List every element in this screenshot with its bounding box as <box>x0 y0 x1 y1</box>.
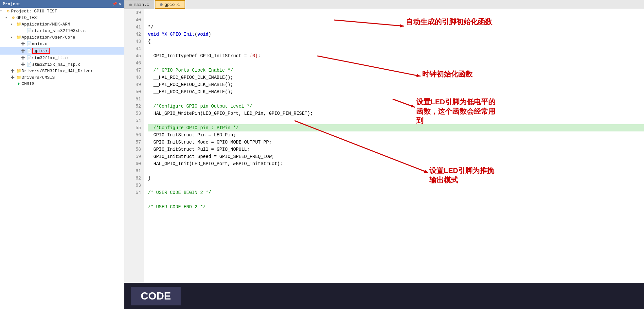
tree-label-stm32f1_hal: stm32f1xx_hal_msp.c <box>32 62 80 67</box>
tree-label-startup: startup_stm32f103xb.s <box>32 28 86 33</box>
pin-icon[interactable]: 📌 <box>112 2 117 7</box>
code-line-64: /* USER CODE END 2 */ <box>148 203 644 211</box>
tree-label-stm32f1_it: stm32f1xx_it.c <box>32 56 68 60</box>
sidebar: Project 📌 ✕ ▾⚙Project: GPIO_TEST ▾⚙GPIO_… <box>0 0 124 309</box>
code-line-56: GPIO_InitStruct.Pull = GPIO_NOPULL; <box>148 146 644 153</box>
tree-item-drivers_cmsis[interactable]: ➕📁Drivers/CMSIS <box>0 74 124 81</box>
code-line-49 <box>148 95 644 103</box>
sidebar-header: Project 📌 ✕ <box>0 0 124 8</box>
tree-arrow: ➕ <box>21 62 26 66</box>
sidebar-title: Project <box>3 2 21 7</box>
line-num-55: 55 <box>124 124 141 131</box>
line-num-61: 61 <box>124 167 141 175</box>
bottom-label: CODE <box>131 287 181 305</box>
tab-label-main_c_tab: main.c <box>134 2 149 7</box>
tree-label-main_c: main.c <box>32 42 47 46</box>
tree-arrow: ➕ <box>10 69 16 73</box>
tree-icon-stm32f1_it: 📄 <box>26 55 32 60</box>
tree-label-cmsis: CMSIS <box>22 81 34 86</box>
line-num-50: 50 <box>124 88 141 95</box>
code-line-54: GPIO_InitStruct.Pin = LED_Pin; <box>148 131 644 139</box>
code-line-50: /*Configure GPIO pin Output Level */ <box>148 103 644 110</box>
line-num-40: 40 <box>124 16 141 24</box>
code-line-47: __HAL_RCC_GPIOD_CLK_ENABLE(); <box>148 81 644 88</box>
line-num-48: 48 <box>124 74 141 81</box>
tab-label-gpio_c_tab: gpio.c <box>165 2 180 7</box>
line-num-45: 45 <box>124 52 141 60</box>
tree-label-app_user: Application/User/Core <box>22 35 75 40</box>
line-num-39: 39 <box>124 9 141 16</box>
code-line-53: /*Configure GPIO pin : PtPin */ <box>148 124 644 131</box>
bottom-bar: CODE <box>124 283 644 309</box>
code-line-44 <box>148 60 644 67</box>
line-num-58: 58 <box>124 146 141 153</box>
tree-item-drivers_hal[interactable]: ➕📁Drivers/STM32F1xx_HAL_Driver <box>0 68 124 74</box>
tree-item-gpio_test[interactable]: ▾⚙GPIO_TEST <box>0 14 124 21</box>
tree-item-stm32f1_hal[interactable]: ➕📄stm32f1xx_hal_msp.c <box>0 61 124 68</box>
main-container: Project 📌 ✕ ▾⚙Project: GPIO_TEST ▾⚙GPIO_… <box>0 0 644 309</box>
code-line-52 <box>148 117 644 124</box>
line-num-53: 53 <box>124 110 141 117</box>
tree-item-main_c[interactable]: ➕📄main.c <box>0 41 124 47</box>
code-line-41: { <box>148 38 644 45</box>
tree-item-app_mdk[interactable]: ▾📁Application/MDK-ARM <box>0 21 124 27</box>
tree-icon-cmsis: ♦ <box>16 81 22 86</box>
code-line-61 <box>148 182 644 189</box>
code-editor[interactable]: 3940414243444546474849505152535455565758… <box>124 9 644 283</box>
tree-arrow: ▾ <box>5 16 10 20</box>
code-line-43: GPIO_InitTypeDef GPIO_InitStruct = {0}; <box>148 52 644 60</box>
close-icon[interactable]: ✕ <box>119 2 121 7</box>
tree-icon-drivers_cmsis: 📁 <box>16 75 22 80</box>
sidebar-tree: ▾⚙Project: GPIO_TEST ▾⚙GPIO_TEST ▾📁Appli… <box>0 8 124 309</box>
line-num-57: 57 <box>124 139 141 146</box>
line-num-54: 54 <box>124 117 141 124</box>
line-num-56: 56 <box>124 131 141 139</box>
line-num-47: 47 <box>124 67 141 74</box>
code-line-63 <box>148 196 644 203</box>
tab-dot-gpio_c_tab <box>160 3 163 6</box>
tree-icon-main_c: 📄 <box>26 41 32 46</box>
tree-arrow: ➕ <box>21 56 26 60</box>
line-num-63: 63 <box>124 182 141 189</box>
line-num-52: 52 <box>124 103 141 110</box>
code-line-58: HAL_GPIO_Init(LED_GPIO_Port, &GPIO_InitS… <box>148 160 644 167</box>
tree-item-root[interactable]: ▾⚙Project: GPIO_TEST <box>0 8 124 14</box>
tree-arrow: ➕ <box>10 76 16 79</box>
code-line-57: GPIO_InitStruct.Speed = GPIO_SPEED_FREQ_… <box>148 153 644 160</box>
code-line-51: HAL_GPIO_WritePin(LED_GPIO_Port, LED_Pin… <box>148 110 644 117</box>
tree-label-gpio_test: GPIO_TEST <box>16 15 39 20</box>
code-line-46: __HAL_RCC_GPIOC_CLK_ENABLE(); <box>148 74 644 81</box>
line-numbers: 3940414243444546474849505152535455565758… <box>124 9 144 283</box>
tree-icon-startup: 📄 <box>26 28 32 33</box>
line-num-41: 41 <box>124 24 141 31</box>
tree-icon-root: ⚙ <box>5 9 11 14</box>
tree-item-cmsis[interactable]: ♦CMSIS <box>0 81 124 87</box>
line-num-49: 49 <box>124 81 141 88</box>
sidebar-header-icons: 📌 ✕ <box>112 2 121 7</box>
code-line-55: GPIO_InitStruct.Mode = GPIO_MODE_OUTPUT_… <box>148 139 644 146</box>
line-num-62: 62 <box>124 175 141 182</box>
tree-icon-gpio_test: ⚙ <box>10 15 16 20</box>
line-num-59: 59 <box>124 153 141 160</box>
tree-item-stm32f1_it[interactable]: ➕📄stm32f1xx_it.c <box>0 55 124 61</box>
tree-item-startup[interactable]: 📄startup_stm32f103xb.s <box>0 27 124 34</box>
tab-gpio_c_tab[interactable]: gpio.c <box>155 0 185 9</box>
code-line-59 <box>148 167 644 175</box>
code-line-42 <box>148 45 644 52</box>
tab-main_c_tab[interactable]: main.c <box>124 0 154 9</box>
code-line-45: /* GPIO Ports Clock Enable */ <box>148 67 644 74</box>
tree-label-app_mdk: Application/MDK-ARM <box>22 22 70 27</box>
code-line-62: /* USER CODE BEGIN 2 */ <box>148 189 644 196</box>
line-num-64: 64 <box>124 189 141 196</box>
tree-label-root: Project: GPIO_TEST <box>11 9 57 14</box>
line-num-51: 51 <box>124 95 141 103</box>
tree-item-app_user[interactable]: ▾📁Application/User/Core <box>0 34 124 41</box>
tree-arrow: ➕ <box>21 42 26 46</box>
line-num-43: 43 <box>124 38 141 45</box>
code-line-48: __HAL_RCC_GPIOA_CLK_ENABLE(); <box>148 88 644 95</box>
tree-item-gpio_c[interactable]: ➕📄gpio.c <box>0 47 124 55</box>
tree-arrow: ▾ <box>10 35 16 39</box>
tree-label-gpio_c: gpio.c <box>32 48 50 54</box>
line-num-42: 42 <box>124 31 141 38</box>
tab-dot-main_c_tab <box>129 4 132 6</box>
